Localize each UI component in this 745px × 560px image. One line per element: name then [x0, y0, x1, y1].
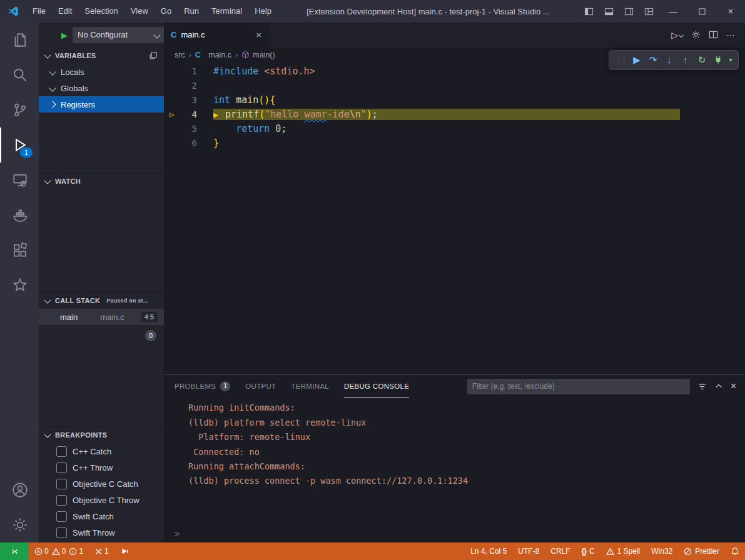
checkbox-unchecked[interactable]: [56, 495, 67, 506]
toolchain-status[interactable]: 1: [89, 542, 114, 560]
toggle-secondary-sidebar-button[interactable]: [619, 0, 639, 22]
checkbox-unchecked[interactable]: [56, 462, 67, 473]
minimize-button[interactable]: —: [659, 0, 687, 22]
tab-main-c[interactable]: C main.c ×: [165, 22, 268, 48]
breadcrumb-file[interactable]: C main.c: [195, 50, 231, 59]
step-into-button[interactable]: ↓: [662, 52, 677, 68]
notifications-bell-icon[interactable]: [725, 542, 745, 560]
activity-item-source-control[interactable]: [0, 92, 39, 128]
close-button[interactable]: ×: [716, 0, 745, 22]
debug-configuration-select[interactable]: No Configurat: [73, 27, 164, 43]
menu-edit[interactable]: Edit: [52, 0, 78, 22]
disconnect-button[interactable]: [711, 52, 726, 68]
breakpoints-section-header[interactable]: BREAKPOINTS: [39, 426, 164, 443]
tab-close-icon[interactable]: ×: [256, 29, 261, 40]
activity-item-search[interactable]: [0, 58, 39, 92]
variables-section-action-icon[interactable]: [149, 51, 158, 60]
activity-item-remote-explorer[interactable]: [0, 162, 39, 198]
call-stack-section-header[interactable]: CALL STACK Paused on st...: [39, 292, 164, 309]
breakpoint-item-swift-throw[interactable]: Swift Throw: [39, 524, 164, 541]
menu-selection[interactable]: Selection: [78, 0, 124, 22]
breakpoint-item-c-catch[interactable]: C++ Catch: [39, 443, 164, 459]
breakpoint-item-swift-catch[interactable]: Swift Catch: [39, 508, 164, 524]
variables-item-registers[interactable]: Registers: [39, 96, 164, 112]
maximize-button[interactable]: [687, 0, 716, 22]
activity-item-star[interactable]: [0, 268, 39, 302]
editor-settings-gear-icon[interactable]: [691, 30, 701, 39]
close-panel-icon[interactable]: ×: [731, 381, 736, 392]
menu-go[interactable]: Go: [155, 0, 178, 22]
continue-button[interactable]: ▶: [629, 52, 644, 68]
line-number[interactable]: 5: [181, 124, 197, 134]
line-number[interactable]: 6: [181, 138, 197, 148]
filter-lines-icon[interactable]: [697, 382, 707, 391]
panel-tab-output[interactable]: OUTPUT: [245, 375, 276, 398]
encoding-indicator[interactable]: UTF-8: [512, 542, 545, 560]
code-line[interactable]: 5 return 0;: [165, 122, 745, 136]
console-filter-input[interactable]: [467, 379, 690, 394]
language-mode[interactable]: {} C: [576, 542, 601, 560]
problems-status[interactable]: 0 0 1: [29, 542, 89, 560]
checkbox-unchecked[interactable]: [56, 446, 67, 457]
code-line[interactable]: ▷4▶printf("hello wamr-ide\n");: [165, 108, 745, 122]
breakpoint-item-c-throw[interactable]: C++ Throw: [39, 459, 164, 476]
menu-run[interactable]: Run: [178, 0, 205, 22]
line-number[interactable]: 1: [181, 66, 197, 76]
activity-item-account[interactable]: [0, 472, 39, 508]
line-number[interactable]: 3: [181, 95, 197, 105]
activity-item-explorer[interactable]: [0, 22, 39, 58]
breakpoint-item-objective-c-throw[interactable]: Objective C Throw: [39, 492, 164, 508]
menu-view[interactable]: View: [124, 0, 155, 22]
symbol-method-icon: [241, 51, 250, 59]
spell-checker-status[interactable]: 1 Spell: [601, 542, 646, 560]
code-line[interactable]: 2: [165, 79, 745, 93]
code-line[interactable]: 6}: [165, 136, 745, 151]
debug-toolbar-chevron-icon[interactable]: ▾: [727, 52, 734, 68]
variables-item-globals[interactable]: Globals: [39, 80, 164, 96]
breadcrumb-symbol[interactable]: main(): [241, 51, 275, 59]
start-debugging-button[interactable]: ▶: [61, 31, 68, 40]
menu-help[interactable]: Help: [248, 0, 278, 22]
remote-indicator[interactable]: [0, 542, 29, 560]
breadcrumb-src[interactable]: src: [175, 51, 185, 59]
line-number[interactable]: 4: [181, 109, 197, 119]
checkbox-unchecked[interactable]: [56, 528, 67, 538]
panel-tab-terminal[interactable]: TERMINAL: [291, 375, 329, 398]
more-actions-icon[interactable]: ⋯: [726, 30, 735, 40]
cursor-position[interactable]: Ln 4, Col 5: [465, 542, 512, 560]
watch-section-header[interactable]: WATCH: [39, 172, 164, 189]
activity-item-settings[interactable]: [0, 508, 39, 542]
line-number[interactable]: 2: [181, 81, 197, 91]
menu-file[interactable]: File: [26, 0, 52, 22]
restart-button[interactable]: ↻: [694, 52, 709, 68]
toggle-primary-sidebar-button[interactable]: [579, 0, 599, 22]
panel-tab-problems[interactable]: PROBLEMS1: [175, 375, 230, 398]
console-input-chevron[interactable]: >: [175, 529, 180, 539]
step-over-button[interactable]: ↷: [646, 52, 661, 68]
menu-terminal[interactable]: Terminal: [205, 0, 248, 22]
formatter-status[interactable]: Prettier: [678, 542, 725, 560]
run-file-button[interactable]: ▷: [671, 30, 683, 40]
breakpoint-item-objective-c-catch[interactable]: Objective C Catch: [39, 476, 164, 492]
debug-status[interactable]: [114, 542, 134, 560]
drag-grip-icon[interactable]: ⋮⋮: [613, 52, 628, 68]
variables-item-locals[interactable]: Locals: [39, 64, 164, 80]
step-out-button[interactable]: ↑: [678, 52, 693, 68]
platform-indicator[interactable]: Win32: [646, 542, 678, 560]
activity-item-extensions[interactable]: [0, 232, 39, 268]
activity-item-docker[interactable]: [0, 198, 39, 232]
variables-section-header[interactable]: VARIABLES: [39, 48, 164, 64]
call-stack-frame-row[interactable]: main main.c 4:5: [39, 309, 164, 325]
activity-item-run-and-debug[interactable]: 1: [0, 128, 39, 162]
debug-console-output[interactable]: Running initCommands:(lldb) platform sel…: [165, 398, 745, 542]
eol-indicator[interactable]: CRLF: [545, 542, 575, 560]
panel-tab-debug-console[interactable]: DEBUG CONSOLE: [344, 375, 409, 398]
maximize-panel-chevron-up-icon[interactable]: [714, 382, 723, 391]
customize-layout-button[interactable]: [639, 0, 659, 22]
checkbox-unchecked[interactable]: [56, 479, 67, 489]
debug-current-line-gutter-arrow[interactable]: ▷: [165, 110, 181, 119]
code-line[interactable]: 3int main(){: [165, 93, 745, 108]
checkbox-unchecked[interactable]: [56, 511, 67, 522]
toggle-panel-button[interactable]: [599, 0, 619, 22]
split-editor-icon[interactable]: [709, 30, 718, 39]
